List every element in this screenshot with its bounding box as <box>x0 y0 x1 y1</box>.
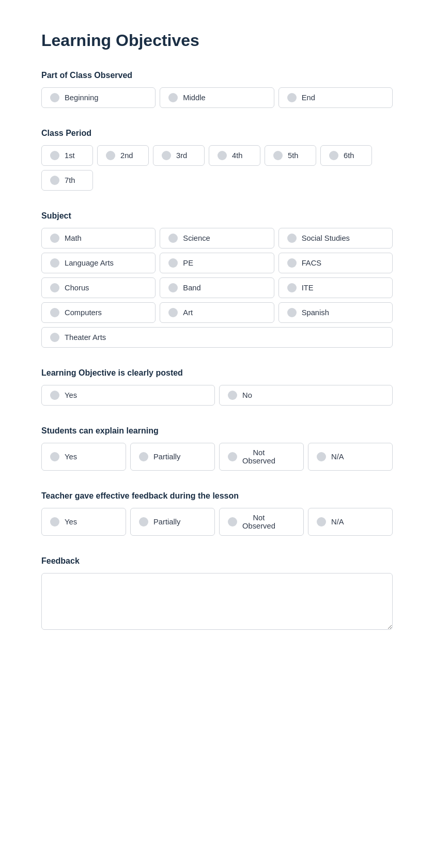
option-4th-label: 4th <box>232 151 242 160</box>
radio-facs <box>287 258 297 268</box>
students-explain-options: Yes Partially NotObserved N/A <box>41 443 393 471</box>
radio-4th <box>218 151 227 160</box>
option-5th[interactable]: 5th <box>265 145 316 166</box>
option-3rd-label: 3rd <box>176 151 187 160</box>
option-band-label: Band <box>183 284 200 292</box>
option-se-na[interactable]: N/A <box>308 443 393 471</box>
option-art[interactable]: Art <box>160 302 274 323</box>
option-2nd-label: 2nd <box>120 151 133 160</box>
radio-tf-not-observed <box>228 517 237 526</box>
feedback-textarea[interactable] <box>41 573 393 630</box>
feedback-label: Feedback <box>41 556 393 566</box>
class-period-section: Class Period 1st 2nd 3rd 4th 5th 6th 7th <box>41 129 393 191</box>
option-2nd[interactable]: 2nd <box>97 145 149 166</box>
option-middle-label: Middle <box>183 94 205 102</box>
radio-se-yes <box>50 452 59 461</box>
radio-6th <box>329 151 338 160</box>
radio-theater-arts <box>50 333 59 342</box>
teacher-feedback-label: Teacher gave effective feedback during t… <box>41 491 393 501</box>
option-social-studies-label: Social Studies <box>302 234 350 242</box>
radio-spanish <box>287 308 297 317</box>
radio-7th <box>50 176 59 185</box>
subject-section: Subject Math Science Social Studies Lang… <box>41 211 393 348</box>
option-7th[interactable]: 7th <box>41 170 93 191</box>
option-middle[interactable]: Middle <box>160 87 274 108</box>
option-math-label: Math <box>65 234 82 242</box>
option-ite[interactable]: ITE <box>278 277 393 298</box>
teacher-feedback-options: Yes Partially NotObserved N/A <box>41 508 393 536</box>
radio-social-studies <box>287 234 297 243</box>
learning-objective-label: Learning Objective is clearly posted <box>41 368 393 378</box>
radio-science <box>168 234 178 243</box>
option-3rd[interactable]: 3rd <box>153 145 205 166</box>
radio-language-arts <box>50 258 59 268</box>
part-of-class-section: Part of Class Observed Beginning Middle … <box>41 71 393 108</box>
option-lo-no[interactable]: No <box>219 385 393 406</box>
option-tf-not-observed[interactable]: NotObserved <box>219 508 304 536</box>
option-1st[interactable]: 1st <box>41 145 93 166</box>
option-tf-na-label: N/A <box>331 518 344 526</box>
option-pe[interactable]: PE <box>160 253 274 273</box>
radio-art <box>168 308 178 317</box>
radio-se-not-observed <box>228 452 237 461</box>
option-language-arts-label: Language Arts <box>65 259 114 267</box>
radio-5th <box>273 151 283 160</box>
option-chorus[interactable]: Chorus <box>41 277 156 298</box>
part-of-class-options: Beginning Middle End <box>41 87 393 108</box>
option-computers-label: Computers <box>65 308 102 317</box>
option-6th[interactable]: 6th <box>320 145 372 166</box>
option-lo-no-label: No <box>242 391 252 399</box>
option-se-na-label: N/A <box>331 453 344 461</box>
radio-pe <box>168 258 178 268</box>
option-1st-label: 1st <box>65 151 75 160</box>
radio-beginning <box>50 93 59 102</box>
option-6th-label: 6th <box>344 151 354 160</box>
option-math[interactable]: Math <box>41 228 156 249</box>
option-science[interactable]: Science <box>160 228 274 249</box>
option-tf-not-observed-label: NotObserved <box>242 514 275 530</box>
subject-options: Math Science Social Studies Language Art… <box>41 228 393 348</box>
option-beginning-label: Beginning <box>65 94 98 102</box>
option-language-arts[interactable]: Language Arts <box>41 253 156 273</box>
radio-lo-yes <box>50 391 59 400</box>
radio-se-na <box>317 452 326 461</box>
option-4th[interactable]: 4th <box>209 145 260 166</box>
radio-tf-na <box>317 517 326 526</box>
teacher-feedback-section: Teacher gave effective feedback during t… <box>41 491 393 536</box>
option-lo-yes[interactable]: Yes <box>41 385 215 406</box>
option-facs-label: FACS <box>302 259 321 267</box>
option-theater-arts-label: Theater Arts <box>65 333 106 342</box>
option-end[interactable]: End <box>278 87 393 108</box>
option-tf-na[interactable]: N/A <box>308 508 393 536</box>
radio-tf-partially <box>139 517 148 526</box>
option-spanish[interactable]: Spanish <box>278 302 393 323</box>
radio-chorus <box>50 283 59 292</box>
radio-3rd <box>162 151 171 160</box>
option-se-not-observed[interactable]: NotObserved <box>219 443 304 471</box>
option-tf-partially[interactable]: Partially <box>130 508 215 536</box>
radio-end <box>287 93 297 102</box>
option-computers[interactable]: Computers <box>41 302 156 323</box>
option-se-partially-label: Partially <box>153 453 180 461</box>
option-facs[interactable]: FACS <box>278 253 393 273</box>
radio-1st <box>50 151 59 160</box>
option-se-partially[interactable]: Partially <box>130 443 215 471</box>
radio-ite <box>287 283 297 292</box>
option-se-yes[interactable]: Yes <box>41 443 126 471</box>
students-explain-section: Students can explain learning Yes Partia… <box>41 426 393 471</box>
option-tf-yes-label: Yes <box>65 518 77 526</box>
option-band[interactable]: Band <box>160 277 274 298</box>
class-period-label: Class Period <box>41 129 393 138</box>
radio-middle <box>168 93 178 102</box>
option-5th-label: 5th <box>288 151 298 160</box>
page-title: Learning Objectives <box>41 31 393 50</box>
option-tf-yes[interactable]: Yes <box>41 508 126 536</box>
radio-band <box>168 283 178 292</box>
option-beginning[interactable]: Beginning <box>41 87 156 108</box>
learning-objective-options: Yes No <box>41 385 393 406</box>
option-social-studies[interactable]: Social Studies <box>278 228 393 249</box>
option-end-label: End <box>302 94 315 102</box>
option-lo-yes-label: Yes <box>65 391 77 399</box>
option-theater-arts[interactable]: Theater Arts <box>41 327 393 348</box>
part-of-class-label: Part of Class Observed <box>41 71 393 80</box>
